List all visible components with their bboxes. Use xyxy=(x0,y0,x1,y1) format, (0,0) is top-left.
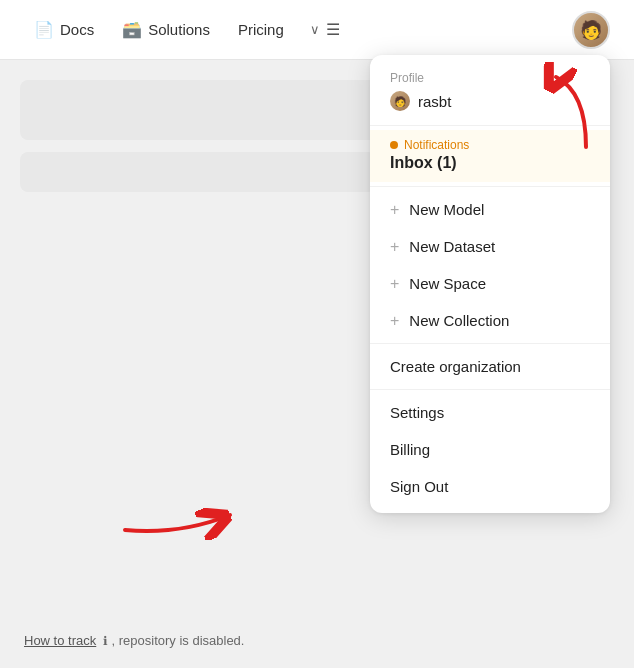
docs-icon: 📄 xyxy=(34,20,54,39)
create-org-label: Create organization xyxy=(390,358,521,375)
notifications-text: Notifications xyxy=(404,138,469,152)
create-org-item[interactable]: Create organization xyxy=(370,348,610,385)
new-dataset-item[interactable]: + New Dataset xyxy=(370,228,610,265)
divider-3 xyxy=(370,343,610,344)
new-model-label: New Model xyxy=(409,201,484,218)
nav-solutions[interactable]: 🗃️ Solutions xyxy=(112,14,220,45)
bottom-text: How to track ℹ , repository is disabled. xyxy=(24,633,244,648)
new-collection-item[interactable]: + New Collection xyxy=(370,302,610,339)
annotation-arrow-top xyxy=(536,62,606,152)
user-avatar[interactable]: 🧑 xyxy=(572,11,610,49)
solutions-label: Solutions xyxy=(148,21,210,38)
docs-label: Docs xyxy=(60,21,94,38)
nav-items: 📄 Docs 🗃️ Solutions Pricing ∨ ☰ xyxy=(24,14,572,45)
plus-icon-dataset: + xyxy=(390,239,399,255)
plus-icon-collection: + xyxy=(390,313,399,329)
menu-avatar-emoji: 🧑 xyxy=(394,96,406,107)
nav-more[interactable]: ∨ ☰ xyxy=(302,16,348,43)
plus-icon-model: + xyxy=(390,202,399,218)
how-to-track-link[interactable]: How to track xyxy=(24,633,96,648)
menu-icon: ☰ xyxy=(326,20,340,39)
nav-pricing[interactable]: Pricing xyxy=(228,15,294,44)
inbox-label: Inbox (1) xyxy=(390,154,590,172)
billing-label: Billing xyxy=(390,441,430,458)
notif-dot xyxy=(390,141,398,149)
bottom-suffix: , repository is disabled. xyxy=(112,633,245,648)
sign-out-item[interactable]: Sign Out xyxy=(370,468,610,505)
plus-icon-space: + xyxy=(390,276,399,292)
menu-user-avatar: 🧑 xyxy=(390,91,410,111)
settings-item[interactable]: Settings xyxy=(370,394,610,431)
chevron-icon: ∨ xyxy=(310,22,320,37)
annotation-arrow-side xyxy=(120,490,240,540)
pricing-label: Pricing xyxy=(238,21,284,38)
new-collection-label: New Collection xyxy=(409,312,509,329)
avatar-emoji: 🧑 xyxy=(580,19,602,41)
settings-label: Settings xyxy=(390,404,444,421)
divider-2 xyxy=(370,186,610,187)
bg-block-2 xyxy=(20,152,376,192)
divider-4 xyxy=(370,389,610,390)
navbar: 📄 Docs 🗃️ Solutions Pricing ∨ ☰ 🧑 xyxy=(0,0,634,60)
billing-item[interactable]: Billing xyxy=(370,431,610,468)
solutions-icon: 🗃️ xyxy=(122,20,142,39)
new-dataset-label: New Dataset xyxy=(409,238,495,255)
sign-out-label: Sign Out xyxy=(390,478,448,495)
info-icon: ℹ xyxy=(103,634,108,648)
new-space-item[interactable]: + New Space xyxy=(370,265,610,302)
menu-username-label: rasbt xyxy=(418,93,451,110)
nav-docs[interactable]: 📄 Docs xyxy=(24,14,104,45)
new-space-label: New Space xyxy=(409,275,486,292)
new-model-item[interactable]: + New Model xyxy=(370,191,610,228)
